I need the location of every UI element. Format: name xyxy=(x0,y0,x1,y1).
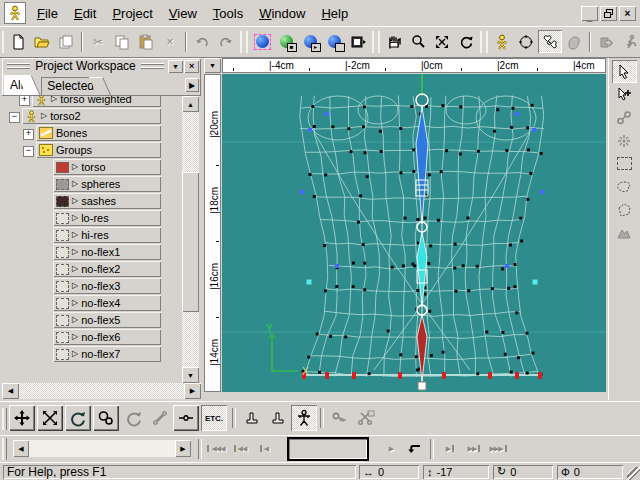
move-view-button[interactable] xyxy=(382,30,406,53)
tree-expander[interactable]: − xyxy=(9,112,20,123)
lock-cp-button[interactable] xyxy=(265,405,291,431)
scroll-down-button[interactable]: ▼ xyxy=(182,367,199,383)
resize-grip[interactable] xyxy=(627,467,640,480)
lasso-select-button[interactable] xyxy=(612,175,637,198)
break-icon xyxy=(616,133,632,149)
expand-arrow-icon[interactable]: ▷ xyxy=(51,96,57,103)
menu-project[interactable]: Project xyxy=(104,3,160,24)
expand-arrow-icon[interactable]: ▷ xyxy=(72,180,78,188)
zoom-fit-button[interactable] xyxy=(430,30,454,53)
expand-arrow-icon[interactable]: ▷ xyxy=(72,299,78,307)
scroll-up-button[interactable]: ▲ xyxy=(182,96,199,112)
tree-vertical-scrollbar[interactable]: ▲ ▼ xyxy=(182,96,199,383)
tree-item-no-flex7[interactable]: ▷no-flex7 xyxy=(53,346,161,362)
frame-number-box[interactable] xyxy=(287,437,369,461)
menu-view[interactable]: View xyxy=(161,3,205,24)
ruler-options-button[interactable]: ▼ xyxy=(204,58,221,73)
expand-arrow-icon[interactable]: ▷ xyxy=(72,333,78,341)
loop-button[interactable] xyxy=(403,437,427,460)
workspace-dropdown-button[interactable]: ▼ xyxy=(168,60,183,73)
save-movie-button[interactable] xyxy=(322,30,346,53)
restore-button[interactable] xyxy=(600,6,617,21)
timeline-scroll-track[interactable] xyxy=(29,440,175,457)
timeline-scrollbar[interactable]: ◀▶ xyxy=(13,440,191,457)
expand-arrow-icon[interactable]: ▷ xyxy=(72,265,78,273)
expand-arrow-icon[interactable]: ▷ xyxy=(72,231,78,239)
etc-button[interactable]: ETC. xyxy=(201,405,227,431)
tree-item-no-flex1[interactable]: ▷no-flex1 xyxy=(53,244,161,260)
tree-item-no-flex3[interactable]: ▷no-flex3 xyxy=(53,278,161,294)
pan-x-field: ↔0 xyxy=(359,465,419,479)
modeling-mode-button[interactable] xyxy=(490,30,514,53)
tree-item-lo-res[interactable]: ▷lo-res xyxy=(53,210,161,226)
poly-select-button[interactable] xyxy=(612,198,637,221)
expand-arrow-icon[interactable]: ▷ xyxy=(72,214,78,222)
turn-view-button[interactable] xyxy=(454,30,478,53)
timeline-scroll-right-button[interactable]: ▶ xyxy=(175,440,191,457)
tree-item-no-flex5[interactable]: ▷no-flex5 xyxy=(53,312,161,328)
select-button[interactable] xyxy=(612,60,637,83)
expand-arrow-icon[interactable]: ▷ xyxy=(72,163,78,171)
close-button[interactable]: × xyxy=(619,6,636,21)
rotate-manipulator-button[interactable] xyxy=(65,405,91,431)
app-icon[interactable] xyxy=(5,3,25,23)
expand-arrow-icon[interactable]: ▷ xyxy=(41,112,47,120)
menu-tools[interactable]: Tools xyxy=(205,3,251,24)
expand-arrow-icon[interactable]: ▷ xyxy=(72,316,78,324)
tree-item-spheres[interactable]: ▷spheres xyxy=(53,176,161,192)
tree-item-no-flex2[interactable]: ▷no-flex2 xyxy=(53,261,161,277)
menu-edit[interactable]: Edit xyxy=(66,3,104,24)
menu-help[interactable]: Help xyxy=(313,3,356,24)
tree-item-torso[interactable]: ▷torso xyxy=(53,159,161,175)
workspace-close-button[interactable]: × xyxy=(184,60,199,73)
bias-handles-button[interactable] xyxy=(173,405,199,431)
show-skeleton-button[interactable] xyxy=(291,405,317,431)
tree-expander[interactable]: − xyxy=(23,146,34,157)
tree-expander[interactable]: + xyxy=(23,129,34,140)
zoom-button[interactable] xyxy=(406,30,430,53)
tab-scroll-right-button[interactable]: ▶ xyxy=(185,78,199,92)
tree-item-sashes[interactable]: ▷sashes xyxy=(53,193,161,209)
select-render-button[interactable] xyxy=(250,30,274,53)
preview-film-button[interactable] xyxy=(346,30,370,53)
tree-item-torso-weighted[interactable]: ▷torso weighted xyxy=(32,96,161,107)
open-button[interactable] xyxy=(30,30,54,53)
scroll-thumb[interactable] xyxy=(182,172,199,312)
tree-item-no-flex6[interactable]: ▷no-flex6 xyxy=(53,329,161,345)
scroll-track[interactable] xyxy=(19,383,184,399)
bones-mode-button[interactable] xyxy=(538,30,562,53)
expand-arrow-icon[interactable]: ▷ xyxy=(72,248,78,256)
hide-cp-button[interactable] xyxy=(239,405,265,431)
roll-icon: Φ xyxy=(561,466,570,478)
tree-item-torso2[interactable]: ▷torso2 xyxy=(22,108,161,124)
tree-item-hi-res[interactable]: ▷hi-res xyxy=(53,227,161,243)
tree-item-Bones[interactable]: Bones xyxy=(36,125,161,141)
expand-arrow-icon[interactable]: ▷ xyxy=(72,282,78,290)
magnet-mode-button[interactable] xyxy=(93,405,119,431)
minimize-button[interactable]: _ xyxy=(581,6,598,21)
scroll-right-button[interactable]: ▶ xyxy=(184,383,201,399)
render-movie-button[interactable]: ▸ xyxy=(298,30,322,53)
workspace-title-bar[interactable]: Project Workspace ▼× xyxy=(2,58,201,74)
standard-mode-button[interactable] xyxy=(514,30,538,53)
rect-select-button[interactable] xyxy=(612,152,637,175)
viewport-canvas[interactable]: YX xyxy=(222,74,606,392)
tree-item-no-flex4[interactable]: ▷no-flex4 xyxy=(53,295,161,311)
tab-selected[interactable]: Selected xyxy=(41,77,100,95)
scroll-left-button[interactable]: ◀ xyxy=(2,383,19,399)
expand-arrow-icon[interactable]: ▷ xyxy=(72,350,78,358)
tree-horizontal-scrollbar[interactable]: ◀ ▶ xyxy=(2,383,201,399)
expand-arrow-icon[interactable]: ▷ xyxy=(72,197,78,205)
select-add-button[interactable] xyxy=(612,83,637,106)
menu-file[interactable]: File xyxy=(29,3,66,24)
translate-manipulator-button[interactable] xyxy=(9,405,35,431)
new-button[interactable] xyxy=(6,30,30,53)
tree-item-Groups[interactable]: Groups xyxy=(36,142,161,158)
scale-manipulator-button[interactable] xyxy=(37,405,63,431)
timeline-scroll-left-button[interactable]: ◀ xyxy=(13,440,29,457)
tab-all[interactable]: All xyxy=(4,75,29,95)
menu-window[interactable]: Window xyxy=(251,3,313,24)
lock-render-button[interactable]: ■ xyxy=(274,30,298,53)
tree-expander[interactable]: + xyxy=(19,96,30,106)
tree-label: hi-res xyxy=(81,229,109,241)
